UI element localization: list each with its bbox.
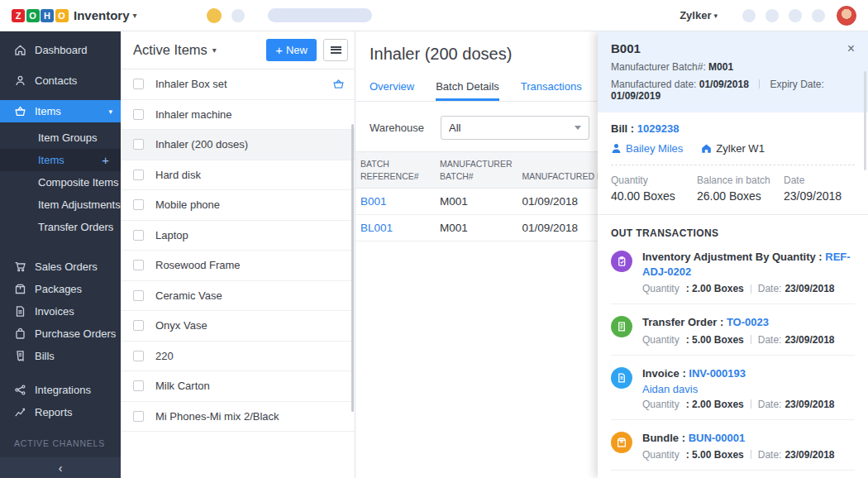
list-item[interactable]: Milk Carton — [121, 371, 355, 402]
divider — [598, 214, 868, 215]
transaction-title: Inventory Adjustment By Quantity : REF-A… — [642, 250, 855, 280]
vendor-link[interactable]: Bailey Miles — [626, 142, 683, 155]
warehouse-select[interactable]: All — [441, 116, 589, 140]
hamburger-icon — [331, 46, 341, 54]
plus-icon[interactable]: + — [102, 153, 109, 167]
sidebar-label: Invoices — [35, 305, 74, 318]
topbar-icon-1[interactable] — [742, 9, 756, 22]
row-checkbox[interactable] — [133, 79, 144, 89]
list-scrollbar[interactable] — [351, 124, 354, 412]
sidebar-label: Sales Orders — [35, 261, 98, 273]
tab-batch-details[interactable]: Batch Details — [436, 75, 499, 101]
transaction-title: Bundle : BUN-00001 — [642, 431, 855, 446]
notification-dot-icon[interactable] — [207, 8, 222, 23]
bill-number-link[interactable]: 1029238 — [637, 122, 680, 135]
transaction-meta: Quantity : 2.00 Boxes Date: 23/09/2018 — [642, 399, 855, 410]
item-rows: Inhaler Box set Inhaler machine Inhaler … — [121, 69, 355, 432]
list-item-selected[interactable]: Inhaler (200 doses) — [121, 130, 355, 160]
list-item[interactable]: Rosewood Frame — [121, 251, 355, 281]
batch-link[interactable]: BL001 — [360, 222, 393, 234]
row-checkbox[interactable] — [133, 139, 144, 150]
topbar-icon-2[interactable] — [765, 9, 779, 22]
manufactured-date-value: 01/09/2018 — [699, 79, 749, 90]
list-title-chevron-down-icon[interactable]: ▾ — [212, 45, 217, 55]
transaction-item: Inventory Adjustment By Quantity : REF-A… — [611, 239, 855, 304]
list-item[interactable]: 220 — [121, 342, 355, 372]
sidebar-item-items-sub[interactable]: Items + — [0, 149, 121, 171]
row-checkbox[interactable] — [133, 109, 144, 120]
person-icon — [611, 143, 622, 154]
transaction-title: Transfer Order : TO-0023 — [642, 315, 855, 330]
list-item[interactable]: Onyx Vase — [121, 311, 355, 342]
sidebar-item-item-adjustments[interactable]: Item Adjustments — [0, 194, 121, 216]
sidebar-item-item-groups[interactable]: Item Groups — [0, 127, 121, 149]
stat-value: 26.00 Boxes — [697, 189, 784, 203]
panel-scrollbar[interactable] — [864, 71, 866, 170]
logo-letter-o1: O — [26, 9, 40, 22]
row-checkbox[interactable] — [133, 380, 144, 391]
sidebar-item-integrations[interactable]: Integrations — [0, 379, 121, 401]
user-avatar[interactable] — [837, 6, 856, 26]
tab-transactions[interactable]: Transactions — [521, 75, 582, 101]
item-name: Laptop — [155, 229, 188, 241]
topbar-circle-icon[interactable] — [231, 9, 245, 22]
sidebar-item-transfer-orders[interactable]: Transfer Orders — [0, 216, 121, 238]
package-icon — [14, 283, 26, 295]
transaction-link[interactable]: BUN-00001 — [689, 432, 746, 444]
row-checkbox[interactable] — [133, 320, 144, 331]
org-chevron-down-icon[interactable]: ▾ — [713, 12, 718, 20]
list-item[interactable]: Ceramic Vase — [121, 281, 355, 312]
row-checkbox[interactable] — [133, 411, 144, 422]
sidebar-item-packages[interactable]: Packages — [0, 278, 121, 300]
transaction-link[interactable]: INV-000193 — [689, 367, 746, 380]
stat-quantity: Quantity 40.00 Boxes — [611, 174, 697, 203]
list-title[interactable]: Active Items — [133, 42, 207, 58]
transaction-link[interactable]: TO-0023 — [727, 316, 769, 328]
row-checkbox[interactable] — [133, 351, 144, 361]
transaction-contact-link[interactable]: Aidan davis — [642, 383, 855, 395]
bill-line: Bill : 1029238 — [611, 122, 855, 135]
inventory-adjustment-icon — [611, 251, 632, 272]
sidebar-item-dashboard[interactable]: Dashboard — [0, 39, 121, 61]
batch-link[interactable]: B001 — [360, 195, 387, 208]
topbar-icon-3[interactable] — [789, 9, 802, 22]
row-checkbox[interactable] — [133, 260, 144, 270]
sidebar-item-bills[interactable]: Bills — [0, 345, 121, 367]
sidebar-item-items[interactable]: Items ▾ — [0, 100, 121, 122]
row-checkbox[interactable] — [133, 290, 144, 301]
search-input[interactable] — [268, 8, 372, 22]
chevron-down-icon[interactable]: ▾ — [108, 108, 112, 116]
tab-overview[interactable]: Overview — [370, 75, 414, 101]
sidebar-item-purchase-orders[interactable]: Purchase Orders — [0, 323, 121, 345]
sidebar-item-contacts[interactable]: Contacts — [0, 69, 121, 92]
row-checkbox[interactable] — [133, 230, 144, 241]
quantity-label: Quantity — [642, 334, 680, 346]
item-name: Mi Phones-Mi mix 2/Black — [155, 410, 279, 423]
date-value: 23/09/2018 — [785, 399, 834, 410]
new-item-button[interactable]: + New — [266, 39, 317, 61]
list-menu-button[interactable] — [323, 39, 348, 61]
cart-icon — [14, 261, 26, 273]
topbar-icon-4[interactable] — [812, 9, 825, 22]
sidebar-item-reports[interactable]: Reports — [0, 401, 121, 423]
sidebar-collapse-button[interactable]: ‹ — [0, 457, 121, 478]
sidebar-item-composite-items[interactable]: Composite Items — [0, 171, 121, 194]
org-name[interactable]: Zylker — [680, 9, 711, 22]
list-item[interactable]: Inhaler Box set — [121, 69, 355, 100]
quantity-value: : 2.00 Boxes — [686, 283, 744, 294]
transfer-order-icon — [611, 316, 632, 337]
list-item[interactable]: Mobile phone — [121, 190, 355, 221]
row-checkbox[interactable] — [133, 170, 144, 180]
sidebar-item-sales-orders[interactable]: Sales Orders — [0, 256, 121, 278]
transaction-item: Bundle : BUN-00001 Quantity : 5.00 Boxes… — [611, 420, 855, 471]
list-item[interactable]: Hard disk — [121, 160, 355, 191]
list-item[interactable]: Laptop — [121, 221, 355, 251]
sidebar-item-invoices[interactable]: Invoices — [0, 300, 121, 323]
zoho-logo[interactable]: Z O H O Inventory ▾ — [12, 8, 137, 22]
list-item[interactable]: Mi Phones-Mi mix 2/Black — [121, 402, 355, 433]
date-value: 23/09/2018 — [785, 283, 834, 294]
chevron-down-icon[interactable]: ▾ — [133, 11, 137, 20]
list-item[interactable]: Inhaler machine — [121, 100, 355, 131]
row-checkbox[interactable] — [133, 199, 144, 210]
close-icon[interactable]: × — [847, 42, 855, 55]
